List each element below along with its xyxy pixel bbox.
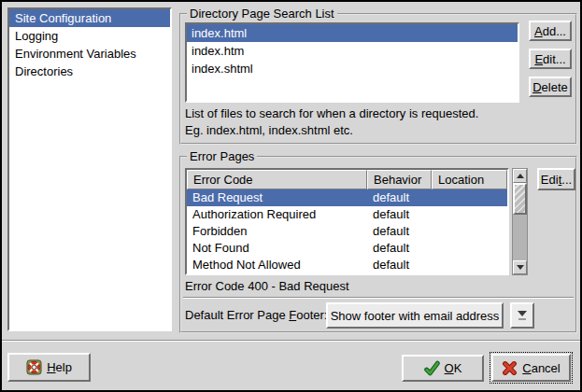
error-table-scrollbar[interactable] [512,168,528,275]
error-row-authorization-required[interactable]: Authorization Required default [187,206,507,223]
default-error-footer-select[interactable]: Show footer with email address [326,302,504,329]
edit-error-page-button[interactable]: Edit... [537,168,575,190]
default-footer-label: Default Error Page Footer: [185,308,327,322]
lifebuoy-icon [26,359,42,375]
cancel-button[interactable]: Cancel [491,354,571,382]
sidebar-item-logging[interactable]: Logging [9,27,170,45]
httpd-config-dialog: Site Configuration Logging Environment V… [0,0,582,392]
column-header-behavior[interactable]: Behavior [367,170,432,189]
green-checkmark-icon [424,360,440,376]
help-button[interactable]: Help [7,353,91,382]
error-table: Error Code Behavior Location Bad Request… [185,168,509,275]
column-header-error-code[interactable]: Error Code [187,170,367,189]
ok-button[interactable]: OK [402,355,484,382]
down-arrow-icon [518,311,527,316]
search-file-list: index.html index.htm index.shtml [185,22,519,103]
error-pages-frame: Error Pages Error Code Behavior Location… [179,156,577,333]
action-bar-separator [2,340,580,342]
delete-button[interactable]: Delete [529,77,572,97]
dropdown-dash [518,318,526,320]
file-item-index-shtml[interactable]: index.shtml [187,60,518,77]
default-footer-row: Default Error Page Footer: Show footer w… [181,302,575,329]
scroll-up-button[interactable] [513,169,527,183]
red-cross-icon [502,360,518,376]
sidebar-item-environment-variables[interactable]: Environment Variables [9,45,170,63]
error-row-forbidden[interactable]: Forbidden default [187,223,507,240]
dropdown-arrow-button[interactable] [510,302,534,329]
category-list: Site Configuration Logging Environment V… [7,7,172,331]
directory-frame-title: Directory Page Search List [187,7,337,21]
directory-page-search-frame: Directory Page Search List index.html in… [179,13,577,145]
error-row-not-found[interactable]: Not Found default [187,240,507,257]
search-list-description: List of files to search for when a direc… [185,105,478,139]
file-item-index-htm[interactable]: index.htm [187,42,518,60]
scroll-down-button[interactable] [513,260,527,274]
add-button[interactable]: Add... [529,21,572,41]
scrollbar-thumb[interactable] [513,183,527,215]
file-item-index-html[interactable]: index.html [187,24,518,42]
down-arrow-icon [517,265,524,270]
error-table-header: Error Code Behavior Location [187,170,507,189]
sidebar-item-site-configuration[interactable]: Site Configuration [9,9,170,27]
up-arrow-icon [517,174,524,178]
error-row-method-not-allowed[interactable]: Method Not Allowed default [187,257,507,273]
frame-separator [183,297,574,299]
edit-file-button[interactable]: Edit... [529,49,572,69]
column-header-location[interactable]: Location [432,170,507,189]
selected-error-status: Error Code 400 - Bad Request [185,278,349,294]
error-frame-title: Error Pages [187,149,257,164]
sidebar-item-directories[interactable]: Directories [9,63,170,80]
cancel-button-focus: Cancel [490,352,573,384]
error-row-bad-request[interactable]: Bad Request default [187,189,507,206]
